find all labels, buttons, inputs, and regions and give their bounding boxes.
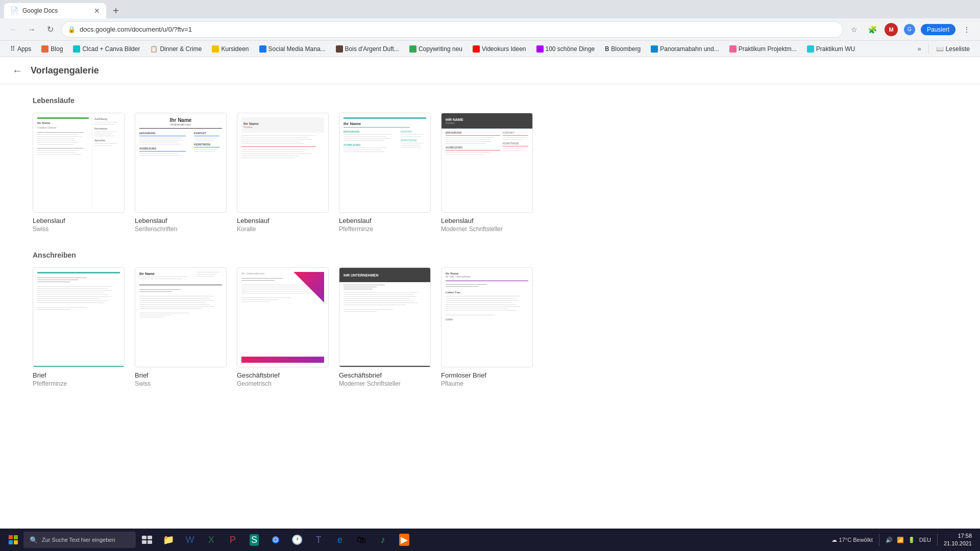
main-content: Lebensläufe Ihr Name Creative Director [0,84,980,418]
cv-moderner-thumb: IHR NAME Position ERFAHRUNG [441,113,533,213]
template-cv-moderner[interactable]: IHR NAME Position ERFAHRUNG [441,113,533,233]
bookmark-blog[interactable]: Blog [37,44,67,54]
bookmark-praktikum2[interactable]: Praktikum WU [803,44,860,54]
extensions-button[interactable]: 🧩 [866,22,880,37]
bookmarks-more-button[interactable]: » [913,43,925,54]
geschaeftsbrief-modern-subname: Moderner Schriftsteller [339,380,431,387]
user-button[interactable]: Pausiert [921,24,955,35]
readlist-icon: 📖 [936,45,944,53]
excel-button[interactable]: X [202,531,220,549]
bookmark-panorama[interactable]: Panoramabahn und... [647,44,723,54]
bookmark-bloomberg[interactable]: B Bloomberg [601,44,645,54]
word-button[interactable]: W [181,531,199,549]
sync-button[interactable]: G [902,22,917,37]
template-formloser-pflaume[interactable]: Ihr Name Ihr Titel, Unternehmen Lieber F… [441,267,533,387]
praktikum-favicon [729,45,737,53]
cv-swiss-name: Lebenslauf [33,217,125,224]
powerpoint-button[interactable]: P [224,531,242,549]
bookmark-bois[interactable]: Bois d'Argent Duft... [332,44,403,54]
read-list-button[interactable]: 📖 Leseliste [932,44,974,54]
app-container: ← Vorlagengalerie Lebensläufe Ihr Name [0,57,980,551]
app-header: ← Vorlagengalerie [0,57,980,84]
volume-icon[interactable]: 🔊 [886,537,893,543]
cv-moderner-subname: Moderner Schriftsteller [441,226,533,233]
tab-close-button[interactable]: ✕ [94,7,100,15]
template-cv-pfefferminze[interactable]: Ihr Name ERFAHRUNG AUSBILDUNG [339,113,431,233]
edge-button[interactable]: e [331,531,349,549]
template-geschaeftsbrief-modern[interactable]: IHR UNTERNEHMEN [339,267,431,387]
weather-info: ☁ 17°C Bewölkt [831,537,873,543]
template-cv-swiss[interactable]: Ihr Name Creative Director [33,113,125,233]
cv-swiss-subname: Swiss [33,226,125,233]
template-cv-koralle[interactable]: Ihr Name Position [237,113,329,233]
formloser-pflaume-thumb: Ihr Name Ihr Titel, Unternehmen Lieber F… [441,267,533,367]
lebenslaufe-grid: Ihr Name Creative Director [33,113,947,233]
bookmark-100[interactable]: 100 schöne Dinge [532,44,599,54]
bookmark-praktikum[interactable]: Praktikum Projektm... [725,44,801,54]
start-button[interactable] [4,531,22,549]
cv-serif-preview: Ihr Name ihr@email.com ERFAHRUNG [135,113,226,212]
svg-rect-0 [9,535,13,539]
geschaeftsbrief-modern-preview: IHR UNTERNEHMEN [339,268,430,367]
search-icon: 🔍 [30,536,38,544]
anschreiben-title: Anschreiben [33,251,947,259]
reload-button[interactable]: ↻ [43,22,57,37]
new-tab-button[interactable]: + [108,3,124,18]
template-geschaeftsbrief-geo[interactable]: Ihr Unternehmen [237,267,329,387]
network-icon[interactable]: 📶 [897,537,904,543]
spotify-button[interactable]: ♪ [374,531,392,549]
geschaeftsbrief-geo-preview: Ihr Unternehmen [237,268,328,367]
bookmarks-separator [928,44,929,54]
svg-rect-6 [142,540,146,544]
tab-bar: 📄 Google Docs ✕ + [0,0,980,18]
bookmark-videokurs[interactable]: Videokurs Ideen [469,44,530,54]
taskbar-search[interactable]: 🔍 Zur Suche Text hier eingeben [23,532,136,548]
profile-icon[interactable]: M [884,22,898,37]
language-indicator[interactable]: DEU [919,537,931,543]
back-button[interactable]: ← [6,22,20,37]
brief-pfefferminze-preview [33,268,124,367]
bookmark-canva[interactable]: Clcad + Canva Bilder [69,44,144,54]
cv-serif-name: Lebenslauf [135,217,227,224]
teams-button[interactable]: T [309,531,328,549]
template-brief-pfefferminze[interactable]: Brief Pfefferminze [33,267,125,387]
bookmark-dinner[interactable]: 📋 Dinner & Crime [146,44,206,54]
forward-button[interactable]: → [24,22,39,37]
cv-serif-thumb: Ihr Name ihr@email.com ERFAHRUNG [135,113,227,213]
bookmark-social[interactable]: Social Media Mana... [255,44,330,54]
brief-swiss-thumb: Ihr Name [135,267,227,367]
praktikum2-favicon [807,45,814,53]
menu-button[interactable]: ⋮ [960,22,974,37]
dinner-favicon: 📋 [150,45,158,53]
bookmark-kursideen[interactable]: Kursideen [208,44,253,54]
cv-serif-subname: Serifenschriften [135,226,227,233]
taskbar: 🔍 Zur Suche Text hier eingeben 📁 W X P S… [0,529,980,551]
bookmark-star-button[interactable]: ☆ [847,22,862,37]
svg-point-10 [274,538,277,541]
template-brief-swiss[interactable]: Ihr Name [135,267,227,387]
extra-app[interactable]: ▶ [395,531,413,549]
svg-rect-4 [142,536,146,539]
back-to-docs-button[interactable]: ← [8,61,27,80]
active-tab[interactable]: 📄 Google Docs ✕ [4,3,106,18]
cv-pfefferminze-name: Lebenslauf [339,217,431,224]
battery-icon[interactable]: 🔋 [908,537,915,543]
bookmark-copywriting[interactable]: Copywriting neu [405,44,467,54]
tray-divider2 [937,534,938,546]
file-explorer-button[interactable]: 📁 [159,531,178,549]
sway-button[interactable]: S [245,531,263,549]
system-time[interactable]: 17:58 21.10.2021 [944,532,972,548]
browser-controls: ← → ↻ 🔒 docs.google.com/document/u/0/?ft… [0,18,980,41]
bloomberg-favicon: B [605,45,609,53]
brief-swiss-preview: Ihr Name [135,268,226,367]
store-button[interactable]: 🛍 [352,531,371,549]
apps-icon: ⠿ [10,45,15,53]
address-bar[interactable]: 🔒 docs.google.com/document/u/0/?ftv=1 [61,21,843,38]
taskview-button[interactable] [138,531,156,549]
bookmark-apps[interactable]: ⠿ Apps [6,43,35,54]
chrome-button[interactable] [266,531,285,549]
template-cv-serif[interactable]: Ihr Name ihr@email.com ERFAHRUNG [135,113,227,233]
geschaeftsbrief-geo-subname: Geometrisch [237,380,329,387]
anschreiben-section: Anschreiben [33,251,947,387]
clock-button[interactable]: 🕐 [288,531,306,549]
